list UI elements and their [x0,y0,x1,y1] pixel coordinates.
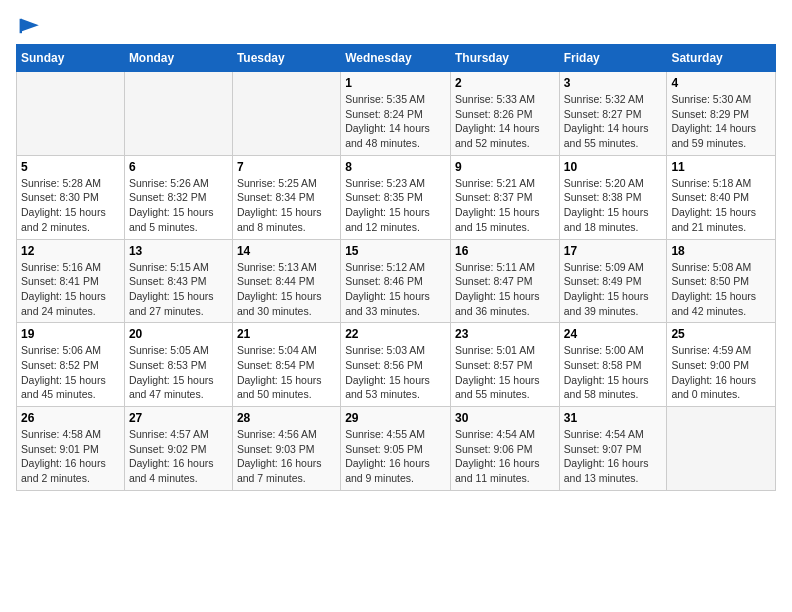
calendar-cell: 2Sunrise: 5:33 AMSunset: 8:26 PMDaylight… [450,72,559,156]
day-info: Sunrise: 4:57 AMSunset: 9:02 PMDaylight:… [129,427,228,486]
calendar-cell: 5Sunrise: 5:28 AMSunset: 8:30 PMDaylight… [17,155,125,239]
calendar-cell: 6Sunrise: 5:26 AMSunset: 8:32 PMDaylight… [124,155,232,239]
day-info: Sunrise: 5:23 AMSunset: 8:35 PMDaylight:… [345,176,446,235]
logo [16,16,42,36]
calendar-cell [124,72,232,156]
svg-marker-0 [21,19,39,32]
day-number: 9 [455,160,555,174]
day-info: Sunrise: 5:32 AMSunset: 8:27 PMDaylight:… [564,92,663,151]
day-number: 7 [237,160,336,174]
calendar-cell: 20Sunrise: 5:05 AMSunset: 8:53 PMDayligh… [124,323,232,407]
day-number: 20 [129,327,228,341]
calendar-cell: 1Sunrise: 5:35 AMSunset: 8:24 PMDaylight… [341,72,451,156]
day-number: 11 [671,160,771,174]
calendar-cell: 15Sunrise: 5:12 AMSunset: 8:46 PMDayligh… [341,239,451,323]
day-number: 30 [455,411,555,425]
day-info: Sunrise: 5:35 AMSunset: 8:24 PMDaylight:… [345,92,446,151]
day-info: Sunrise: 5:33 AMSunset: 8:26 PMDaylight:… [455,92,555,151]
calendar-cell: 28Sunrise: 4:56 AMSunset: 9:03 PMDayligh… [232,407,340,491]
day-number: 27 [129,411,228,425]
calendar-week-4: 19Sunrise: 5:06 AMSunset: 8:52 PMDayligh… [17,323,776,407]
day-number: 8 [345,160,446,174]
day-number: 5 [21,160,120,174]
calendar-week-2: 5Sunrise: 5:28 AMSunset: 8:30 PMDaylight… [17,155,776,239]
day-number: 26 [21,411,120,425]
day-info: Sunrise: 5:26 AMSunset: 8:32 PMDaylight:… [129,176,228,235]
day-info: Sunrise: 4:54 AMSunset: 9:06 PMDaylight:… [455,427,555,486]
day-number: 22 [345,327,446,341]
day-info: Sunrise: 5:28 AMSunset: 8:30 PMDaylight:… [21,176,120,235]
day-number: 17 [564,244,663,258]
calendar-cell: 7Sunrise: 5:25 AMSunset: 8:34 PMDaylight… [232,155,340,239]
logo-flag-icon [18,16,42,36]
day-info: Sunrise: 5:11 AMSunset: 8:47 PMDaylight:… [455,260,555,319]
day-number: 10 [564,160,663,174]
day-info: Sunrise: 5:21 AMSunset: 8:37 PMDaylight:… [455,176,555,235]
calendar-cell: 19Sunrise: 5:06 AMSunset: 8:52 PMDayligh… [17,323,125,407]
day-number: 21 [237,327,336,341]
calendar-cell [17,72,125,156]
weekday-header-friday: Friday [559,45,667,72]
day-info: Sunrise: 5:03 AMSunset: 8:56 PMDaylight:… [345,343,446,402]
day-info: Sunrise: 5:13 AMSunset: 8:44 PMDaylight:… [237,260,336,319]
day-number: 18 [671,244,771,258]
day-number: 28 [237,411,336,425]
day-number: 14 [237,244,336,258]
day-number: 16 [455,244,555,258]
calendar-cell: 27Sunrise: 4:57 AMSunset: 9:02 PMDayligh… [124,407,232,491]
day-info: Sunrise: 4:54 AMSunset: 9:07 PMDaylight:… [564,427,663,486]
calendar-cell: 3Sunrise: 5:32 AMSunset: 8:27 PMDaylight… [559,72,667,156]
day-info: Sunrise: 5:08 AMSunset: 8:50 PMDaylight:… [671,260,771,319]
day-info: Sunrise: 5:01 AMSunset: 8:57 PMDaylight:… [455,343,555,402]
day-info: Sunrise: 5:18 AMSunset: 8:40 PMDaylight:… [671,176,771,235]
calendar-header-row: SundayMondayTuesdayWednesdayThursdayFrid… [17,45,776,72]
day-number: 13 [129,244,228,258]
weekday-header-thursday: Thursday [450,45,559,72]
calendar-cell: 29Sunrise: 4:55 AMSunset: 9:05 PMDayligh… [341,407,451,491]
weekday-header-wednesday: Wednesday [341,45,451,72]
calendar-cell: 21Sunrise: 5:04 AMSunset: 8:54 PMDayligh… [232,323,340,407]
calendar-cell: 4Sunrise: 5:30 AMSunset: 8:29 PMDaylight… [667,72,776,156]
calendar-week-1: 1Sunrise: 5:35 AMSunset: 8:24 PMDaylight… [17,72,776,156]
day-info: Sunrise: 5:25 AMSunset: 8:34 PMDaylight:… [237,176,336,235]
calendar-cell: 12Sunrise: 5:16 AMSunset: 8:41 PMDayligh… [17,239,125,323]
day-info: Sunrise: 5:12 AMSunset: 8:46 PMDaylight:… [345,260,446,319]
calendar-cell: 23Sunrise: 5:01 AMSunset: 8:57 PMDayligh… [450,323,559,407]
calendar-cell: 13Sunrise: 5:15 AMSunset: 8:43 PMDayligh… [124,239,232,323]
calendar-week-3: 12Sunrise: 5:16 AMSunset: 8:41 PMDayligh… [17,239,776,323]
calendar-week-5: 26Sunrise: 4:58 AMSunset: 9:01 PMDayligh… [17,407,776,491]
day-number: 12 [21,244,120,258]
day-info: Sunrise: 5:05 AMSunset: 8:53 PMDaylight:… [129,343,228,402]
day-info: Sunrise: 5:16 AMSunset: 8:41 PMDaylight:… [21,260,120,319]
page-header [16,16,776,36]
calendar-cell: 14Sunrise: 5:13 AMSunset: 8:44 PMDayligh… [232,239,340,323]
calendar-cell: 24Sunrise: 5:00 AMSunset: 8:58 PMDayligh… [559,323,667,407]
day-info: Sunrise: 5:00 AMSunset: 8:58 PMDaylight:… [564,343,663,402]
day-info: Sunrise: 4:59 AMSunset: 9:00 PMDaylight:… [671,343,771,402]
weekday-header-sunday: Sunday [17,45,125,72]
day-number: 24 [564,327,663,341]
day-info: Sunrise: 5:15 AMSunset: 8:43 PMDaylight:… [129,260,228,319]
day-info: Sunrise: 4:56 AMSunset: 9:03 PMDaylight:… [237,427,336,486]
calendar-cell: 22Sunrise: 5:03 AMSunset: 8:56 PMDayligh… [341,323,451,407]
day-number: 1 [345,76,446,90]
day-info: Sunrise: 4:55 AMSunset: 9:05 PMDaylight:… [345,427,446,486]
calendar-cell: 11Sunrise: 5:18 AMSunset: 8:40 PMDayligh… [667,155,776,239]
calendar-cell: 30Sunrise: 4:54 AMSunset: 9:06 PMDayligh… [450,407,559,491]
day-number: 4 [671,76,771,90]
weekday-header-monday: Monday [124,45,232,72]
calendar-cell: 31Sunrise: 4:54 AMSunset: 9:07 PMDayligh… [559,407,667,491]
calendar-cell [667,407,776,491]
calendar-cell: 17Sunrise: 5:09 AMSunset: 8:49 PMDayligh… [559,239,667,323]
calendar-body: 1Sunrise: 5:35 AMSunset: 8:24 PMDaylight… [17,72,776,491]
weekday-header-saturday: Saturday [667,45,776,72]
day-number: 15 [345,244,446,258]
day-number: 25 [671,327,771,341]
calendar-table: SundayMondayTuesdayWednesdayThursdayFrid… [16,44,776,491]
day-info: Sunrise: 5:04 AMSunset: 8:54 PMDaylight:… [237,343,336,402]
calendar-cell: 16Sunrise: 5:11 AMSunset: 8:47 PMDayligh… [450,239,559,323]
day-number: 31 [564,411,663,425]
day-number: 6 [129,160,228,174]
calendar-cell: 9Sunrise: 5:21 AMSunset: 8:37 PMDaylight… [450,155,559,239]
day-number: 3 [564,76,663,90]
